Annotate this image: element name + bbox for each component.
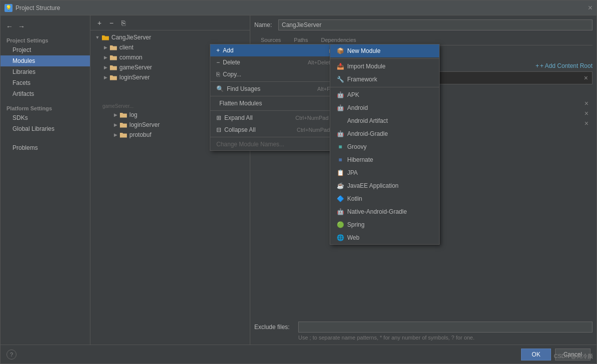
menu-item-delete[interactable]: − Delete Alt+Delete: [210, 56, 339, 68]
submenu-item-new-module[interactable]: 📦 New Module: [330, 44, 439, 57]
submenu-item-web[interactable]: 🌐 Web: [330, 231, 439, 244]
change-names-label: Change Module Names...: [216, 141, 284, 148]
remove-excluded-log[interactable]: ×: [585, 99, 589, 107]
tree-label-loginserver2: loginServer: [129, 121, 160, 128]
sidebar-item-modules[interactable]: Modules: [0, 55, 90, 66]
submenu-item-android-gradle[interactable]: 🤖 Android-Gradle: [330, 127, 439, 140]
platform-settings-section: Platform Settings: [0, 103, 90, 112]
submenu-label-native-android: Native-Android-Gradle: [347, 208, 407, 215]
submenu-label-android-artifact: Android Artifact: [347, 117, 388, 124]
submenu-label-apk: APK: [347, 91, 359, 98]
menu-item-change-names: Change Module Names...: [210, 138, 339, 150]
web-icon: 🌐: [336, 234, 344, 242]
native-android-icon: 🤖: [336, 208, 344, 216]
tree-label-log: log: [129, 111, 137, 118]
remove-excluded-gradle[interactable]: ×: [585, 109, 589, 117]
android-artifact-icon: [336, 117, 344, 125]
menu-label-add: Add: [223, 47, 233, 54]
dialog-title: Project Structure: [15, 4, 60, 11]
framework-icon: 🔧: [336, 75, 344, 83]
sidebar-item-libraries[interactable]: Libraries: [0, 66, 90, 77]
submenu-label-import-module: Import Module: [347, 63, 386, 70]
add-submenu: 📦 New Module 📥 Import Module 🔧 Framework…: [330, 44, 440, 245]
tab-paths[interactable]: Paths: [287, 34, 314, 45]
sidebar-item-global-libraries[interactable]: Global Libraries: [0, 123, 90, 134]
add-icon: +: [216, 47, 220, 54]
add-module-button[interactable]: +: [94, 18, 104, 28]
submenu-item-kotlin[interactable]: 🔷 Kotlin: [330, 192, 439, 205]
android-icon: 🤖: [336, 104, 344, 112]
help-button[interactable]: ?: [6, 350, 16, 360]
copy-module-button[interactable]: ⎘: [118, 18, 128, 28]
expand-all-shortcut: Ctrl+NumPad +: [295, 115, 333, 121]
forward-button[interactable]: →: [16, 21, 26, 31]
ok-button[interactable]: OK: [521, 349, 551, 361]
tab-dependencies[interactable]: Dependencies: [315, 34, 363, 45]
tab-sources[interactable]: Sources: [254, 34, 287, 45]
spring-icon: 🟢: [336, 221, 344, 229]
submenu-separator-1: [330, 58, 439, 59]
sidebar-item-facets[interactable]: Facets: [0, 77, 90, 88]
remove-excluded-build[interactable]: ×: [585, 119, 589, 127]
bottom-bar: ? OK Cancel: [0, 345, 597, 364]
module-name-input[interactable]: [278, 19, 593, 30]
close-button[interactable]: ×: [588, 4, 593, 12]
back-button[interactable]: ←: [4, 21, 14, 31]
cancel-button[interactable]: Cancel: [555, 349, 591, 361]
submenu-item-groovy[interactable]: ■ Groovy: [330, 140, 439, 153]
submenu-label-web: Web: [347, 234, 359, 241]
title-bar: 💡 Project Structure ×: [0, 0, 597, 15]
collapse-all-shortcut: Ctrl+NumPad -: [297, 127, 333, 133]
menu-item-copy[interactable]: ⎘ Copy...: [210, 68, 339, 80]
sidebar-item-project[interactable]: Project: [0, 44, 90, 55]
remove-content-root-button[interactable]: ×: [584, 74, 588, 82]
submenu-item-import-module[interactable]: 📥 Import Module: [330, 60, 439, 73]
menu-label-collapse-all: Collapse All: [224, 126, 256, 133]
menu-item-flatten[interactable]: Flatten Modules: [210, 97, 339, 109]
remove-module-button[interactable]: −: [106, 18, 116, 28]
folder-icon-protobuf: [119, 131, 127, 139]
sidebar-item-artifacts[interactable]: Artifacts: [0, 88, 90, 99]
tree-item-cangjieserver[interactable]: ▼ CangJieServer: [90, 32, 250, 42]
submenu-item-javaee[interactable]: ☕ JavaEE Application: [330, 179, 439, 192]
separator-3: [210, 110, 339, 111]
new-module-icon: 📦: [336, 47, 344, 55]
submenu-item-spring[interactable]: 🟢 Spring: [330, 218, 439, 231]
tree-label-common: common: [119, 54, 142, 61]
copy-icon: ⎘: [216, 71, 220, 78]
add-content-root-button[interactable]: + + Add Content Root: [536, 62, 593, 69]
submenu-item-hibernate[interactable]: ■ Hibernate: [330, 153, 439, 166]
submenu-label-framework: Framework: [347, 76, 377, 83]
collapse-all-icon: ⊟: [216, 126, 221, 133]
title-bar-left: 💡 Project Structure: [4, 4, 60, 12]
folder-icon-gameserver: [109, 63, 117, 71]
jpa-icon: 📋: [336, 169, 344, 177]
tree-toolbar: + − ⎘: [90, 15, 250, 30]
context-menu: + Add ▶ − Delete Alt+Delete ⎘ Copy... 🔍 …: [210, 44, 340, 151]
menu-item-collapse-all[interactable]: ⊟ Collapse All Ctrl+NumPad -: [210, 124, 339, 136]
find-icon: 🔍: [216, 85, 224, 92]
plus-icon: +: [536, 62, 539, 69]
action-buttons: OK Cancel: [521, 349, 591, 361]
name-row: Name:: [254, 19, 593, 30]
submenu-item-native-android[interactable]: 🤖 Native-Android-Gradle: [330, 205, 439, 218]
folder-icon-common: [109, 53, 117, 61]
menu-item-add[interactable]: + Add ▶: [210, 44, 339, 56]
submenu-item-framework[interactable]: 🔧 Framework: [330, 73, 439, 86]
submenu-item-apk[interactable]: 🤖 APK: [330, 88, 439, 101]
import-module-icon: 📥: [336, 62, 344, 70]
menu-item-find-usages[interactable]: 🔍 Find Usages Alt+F7: [210, 83, 339, 95]
submenu-label-hibernate: Hibernate: [347, 156, 373, 163]
tree-label-loginserver: loginServer: [119, 74, 150, 81]
exclude-files-hint: Use ; to separate name patterns, * for a…: [254, 335, 593, 341]
submenu-item-jpa[interactable]: 📋 JPA: [330, 166, 439, 179]
menu-item-expand-all[interactable]: ⊞ Expand All Ctrl+NumPad +: [210, 112, 339, 124]
expand-arrow-cangjieserver: ▼: [94, 34, 100, 40]
exclude-files-input[interactable]: [298, 322, 593, 333]
separator-2: [210, 96, 339, 96]
tree-label-protobuf: protobuf: [129, 131, 151, 138]
submenu-item-android[interactable]: 🤖 Android: [330, 101, 439, 114]
submenu-item-android-artifact[interactable]: Android Artifact: [330, 114, 439, 127]
sidebar-item-problems[interactable]: Problems: [0, 142, 90, 153]
sidebar-item-sdks[interactable]: SDKs: [0, 112, 90, 123]
